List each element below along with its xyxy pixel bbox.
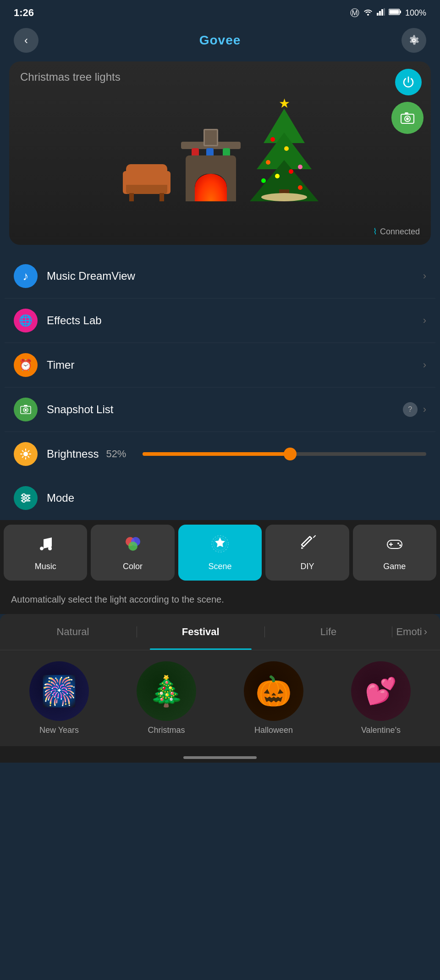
chevron-right-icon: › — [423, 359, 426, 371]
title-g: G — [199, 33, 210, 47]
scene-description: Automatically select the light according… — [0, 585, 440, 614]
svg-rect-15 — [24, 405, 28, 406]
power-button[interactable] — [395, 69, 422, 95]
brightness-row: Brightness 52% — [5, 432, 435, 476]
power-icon — [402, 75, 415, 89]
tab-game[interactable]: Game — [353, 525, 436, 581]
brightness-thumb[interactable] — [284, 448, 297, 460]
svg-rect-3 — [381, 9, 383, 16]
cat-festival[interactable]: Festival — [137, 621, 264, 642]
game-tab-icon — [385, 534, 405, 558]
scene-halloween[interactable]: 🎃 Halloween — [224, 661, 324, 735]
christmas-label: Christmas — [148, 725, 185, 735]
svg-point-14 — [25, 409, 27, 411]
question-icon: ? — [408, 405, 412, 414]
valentines-label: Valentine's — [361, 725, 401, 735]
color-tab-icon — [123, 534, 143, 558]
device-title: Christmas tree lights — [20, 71, 121, 83]
connection-status: ⌇ Connected — [373, 227, 420, 237]
svg-point-41 — [397, 543, 399, 544]
new-years-icon: 🎆 — [29, 661, 89, 721]
wifi-icon — [363, 8, 373, 17]
menu-item-effects-lab[interactable]: 🌐 Effects Lab › — [5, 299, 435, 343]
bottom-nav — [0, 746, 440, 763]
svg-rect-4 — [384, 8, 385, 16]
device-image: ★ — [9, 61, 431, 245]
help-button[interactable]: ? — [403, 402, 418, 417]
christmas-icon: 🎄 — [137, 661, 196, 721]
timer-icon-wrap: ⏰ — [14, 353, 38, 377]
globe-icon: 🌐 — [19, 314, 33, 327]
timer-label: Timer — [47, 359, 423, 371]
chevron-right-icon: › — [423, 315, 426, 327]
scene-new-years[interactable]: 🎆 New Years — [9, 661, 109, 735]
camera-button[interactable] — [391, 102, 424, 134]
gear-icon — [407, 34, 420, 47]
svg-rect-11 — [405, 112, 408, 114]
menu-item-snapshot-list[interactable]: Snapshot List ? › — [5, 388, 435, 432]
svg-line-22 — [28, 456, 29, 457]
svg-point-42 — [399, 544, 401, 546]
bluetooth-icon: ⌇ — [373, 227, 377, 237]
home-indicator — [183, 756, 257, 759]
snapshot-list-label: Snapshot List — [47, 403, 403, 416]
app-header: ‹ Govee — [0, 24, 440, 57]
music-tab-label: Music — [35, 562, 56, 571]
svg-rect-7 — [389, 10, 399, 14]
effects-lab-label: Effects Lab — [47, 314, 423, 327]
diy-tab-label: DIY — [300, 562, 314, 571]
menu-item-timer[interactable]: ⏰ Timer › — [5, 343, 435, 388]
cat-more-button[interactable]: Emoti › — [392, 621, 431, 642]
app-title: Govee — [199, 33, 241, 48]
tab-diy[interactable]: DIY — [265, 525, 349, 581]
menu-item-music-dreamview[interactable]: ♪ Music DreamView › — [5, 254, 435, 299]
scene-christmas[interactable]: 🎄 Christmas — [116, 661, 216, 735]
svg-line-24 — [22, 456, 23, 457]
new-years-label: New Years — [39, 725, 79, 735]
svg-point-31 — [48, 547, 52, 550]
svg-line-23 — [28, 451, 29, 452]
brightness-icon-wrap — [14, 442, 38, 466]
mode-icon — [19, 492, 32, 504]
battery-icon — [389, 8, 402, 17]
snapshot-icon — [19, 403, 32, 416]
svg-rect-1 — [377, 13, 379, 16]
settings-button[interactable] — [402, 28, 426, 53]
tab-music[interactable]: Music — [4, 525, 87, 581]
device-card: Christmas tree lights — [9, 61, 431, 245]
connected-label: Connected — [380, 227, 420, 237]
scene-valentines[interactable]: 💕 Valentine's — [331, 661, 431, 735]
svg-point-34 — [128, 542, 138, 551]
clock-icon: ⏰ — [19, 359, 33, 371]
cat-life[interactable]: Life — [265, 621, 392, 642]
fireplace-decoration — [179, 142, 243, 201]
music-icon: ♪ — [23, 269, 29, 283]
halloween-label: Halloween — [254, 725, 293, 735]
armchair-decoration — [119, 155, 174, 201]
tab-scene[interactable]: Scene — [178, 525, 262, 581]
cat-natural[interactable]: Natural — [9, 621, 137, 642]
status-right: Ⓜ 100% — [350, 7, 426, 19]
svg-line-37 — [314, 536, 315, 537]
svg-point-30 — [22, 499, 25, 502]
scene-categories: Natural Festival Life Emoti › 🎆 New Year… — [0, 614, 440, 746]
tab-color[interactable]: Color — [91, 525, 174, 581]
svg-point-28 — [22, 494, 25, 497]
brightness-value: 52% — [106, 448, 133, 460]
svg-point-0 — [367, 14, 369, 16]
mode-tabs-row: Music Color Scene — [0, 525, 440, 581]
brightness-label: Brightness — [47, 448, 99, 460]
svg-rect-2 — [379, 11, 381, 16]
brightness-fill — [143, 452, 290, 456]
back-button[interactable]: ‹ — [14, 28, 38, 53]
brightness-icon — [19, 448, 32, 460]
message-icon: Ⓜ — [350, 7, 359, 19]
effects-lab-icon-wrap: 🌐 — [14, 309, 38, 332]
brightness-slider[interactable] — [143, 452, 426, 456]
chevron-right-icon: › — [423, 270, 426, 282]
menu-item-mode[interactable]: Mode — [5, 476, 435, 520]
svg-point-29 — [26, 497, 29, 499]
mode-tabs-section: Music Color Scene — [0, 520, 440, 585]
christmas-tree-decoration: ★ — [248, 96, 321, 201]
color-tab-label: Color — [123, 562, 143, 571]
